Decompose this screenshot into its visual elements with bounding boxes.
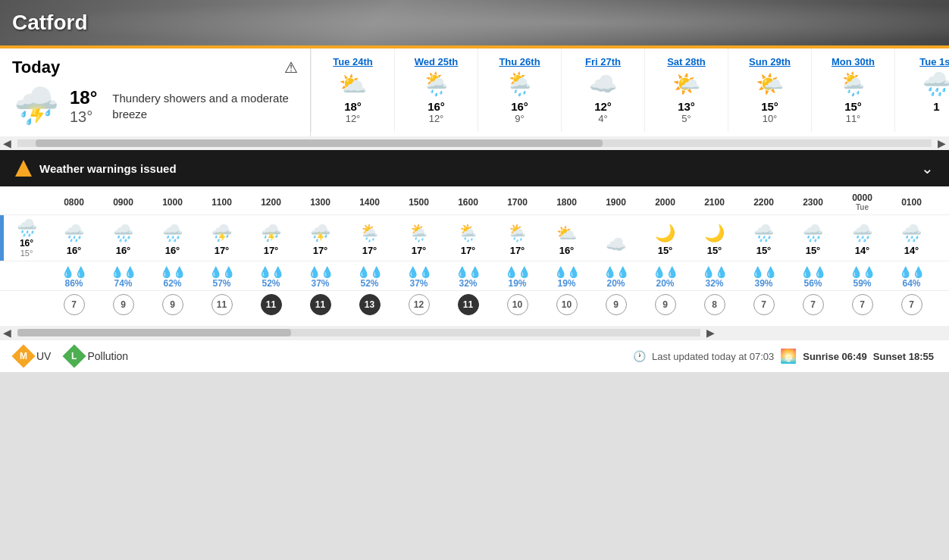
wind-arrow-1800: 10	[556, 294, 578, 315]
wind-cell-2000: 9	[640, 291, 690, 318]
warning-text: Weather warnings issued	[39, 162, 177, 175]
weather-cell-0800: 🌧️ 16°	[49, 219, 99, 261]
wind-cell-1300: 11	[296, 291, 345, 318]
rain-probability-row: 💧💧 86% 💧💧 74% 💧💧 62% 💧💧 57% 💧💧 52% 💧💧 37…	[0, 261, 949, 291]
wind-cell-1100: 11	[197, 291, 246, 318]
forecast-high: 15°	[761, 100, 778, 113]
pollution-diamond-icon: L	[63, 344, 86, 368]
forecast-scroll[interactable]: Tue 24th ⛅ 18° 12° Wed 25th 🌦️ 16° 12° T…	[311, 48, 949, 136]
temp-high-1200: 17°	[264, 245, 279, 256]
weather-icon-2200: 🌧️	[753, 224, 774, 243]
forecast-day-7[interactable]: Tue 1st 🌧️ 1	[894, 48, 949, 132]
weather-cell-2200: 🌧️ 15°	[739, 219, 788, 261]
forecast-day-label[interactable]: Sat 28th	[667, 56, 706, 67]
today-warning-icon[interactable]: ⚠	[284, 58, 298, 77]
forecast-day-label[interactable]: Sun 29th	[749, 56, 791, 67]
hourly-section[interactable]: 0800090010001100120013001400150016001700…	[0, 186, 949, 326]
today-weather-icon: ⛈️	[12, 85, 61, 127]
forecast-day-label[interactable]: Mon 30th	[832, 56, 875, 67]
wind-arrow-1200: 11	[261, 294, 282, 315]
top-scrollbar[interactable]: ◀ ▶	[0, 136, 949, 150]
wind-arrow-1000: 9	[162, 294, 183, 315]
hourly-inner: 0800090010001100120013001400150016001700…	[0, 186, 949, 318]
hour-label-2000: 2000	[640, 191, 690, 211]
rain-pct-1500: 37%	[409, 278, 428, 289]
uv-diamond-icon: M	[11, 344, 35, 368]
wind-cell-2200: 7	[739, 291, 788, 318]
forecast-weather-icon: 🌦️	[839, 70, 867, 97]
current-time-stub: 🌧️ 16° 15°	[0, 215, 49, 261]
temp-high-1600: 17°	[461, 245, 476, 256]
weather-cell-0200: 🌧️ 14°	[936, 219, 949, 261]
scroll-left-arrow[interactable]: ◀	[0, 137, 14, 149]
hour-label-1300: 1300	[296, 191, 345, 211]
wind-arrow-1900: 9	[606, 294, 627, 315]
stub-weather-icon: 🌧️	[17, 218, 37, 238]
forecast-day-2[interactable]: Thu 26th 🌦️ 16° 9°	[478, 48, 561, 132]
wind-cell-1700: 10	[493, 291, 542, 318]
temp-high-1400: 17°	[362, 245, 377, 256]
forecast-day-5[interactable]: Sun 29th 🌤️ 15° 10°	[728, 48, 811, 132]
wind-arrow-1700: 10	[507, 294, 528, 315]
bottom-scroll-right[interactable]: ▶	[703, 327, 718, 339]
forecast-day-label[interactable]: Fri 27th	[585, 56, 621, 67]
rain-drops-1600: 💧💧	[456, 266, 481, 278]
weather-icon-1400: 🌦️	[359, 224, 380, 243]
bottom-scroll-track[interactable]	[17, 329, 700, 336]
forecast-day-6[interactable]: Mon 30th 🌦️ 15° 11°	[811, 48, 894, 132]
chevron-down-icon[interactable]: ⌄	[921, 159, 934, 177]
forecast-high: 16°	[428, 100, 445, 113]
wind-arrow-2100: 8	[704, 294, 725, 315]
hour-label-0900: 0900	[99, 191, 148, 211]
rain-drops-0100: 💧💧	[899, 266, 925, 278]
weather-cell-1200: ⛈️ 17°	[246, 219, 296, 261]
weather-icon-1700: 🌦️	[507, 224, 528, 243]
wind-cell-1400: 13	[345, 291, 394, 318]
rain-cell-0000: 💧💧 59%	[838, 261, 887, 290]
hour-label-2100: 2100	[690, 191, 739, 211]
weather-icon-1200: ⛈️	[261, 224, 281, 243]
tue-label: Tue	[839, 203, 885, 211]
temp-high-2100: 15°	[707, 245, 722, 256]
forecast-low: 10°	[763, 113, 778, 124]
forecast-weather-icon: ☁️	[589, 70, 617, 97]
hour-label-0100: 0100	[887, 191, 936, 211]
forecast-weather-icon: 🌦️	[506, 70, 534, 97]
forecast-day-label[interactable]: Wed 25th	[415, 56, 459, 67]
forecast-day-0[interactable]: Tue 24th ⛅ 18° 12°	[311, 48, 394, 132]
temp-high-1800: 16°	[559, 245, 575, 256]
weather-icon-2100: 🌙	[704, 224, 725, 243]
wind-cell-1900: 9	[591, 291, 640, 318]
forecast-day-1[interactable]: Wed 25th 🌦️ 16° 12°	[394, 48, 478, 132]
temp-high-1100: 17°	[215, 245, 230, 256]
weather-cell-1700: 🌦️ 17°	[493, 219, 542, 261]
forecast-day-label[interactable]: Tue 1st	[919, 56, 949, 67]
weather-cell-1400: 🌦️ 17°	[345, 219, 394, 261]
uv-badge: M UV	[15, 348, 51, 364]
warning-bar[interactable]: Weather warnings issued ⌄	[0, 150, 949, 186]
footer-left: M UV L Pollution	[15, 348, 128, 364]
rain-drops-1100: 💧💧	[209, 266, 235, 278]
rain-pct-1700: 19%	[508, 278, 526, 289]
forecast-day-label[interactable]: Tue 24th	[333, 56, 373, 67]
bottom-scroll-left[interactable]: ◀	[0, 327, 14, 339]
rain-cell-2100: 💧💧 32%	[690, 261, 739, 290]
weather-icon-1100: ⛈️	[211, 224, 232, 243]
today-panel: Today ⚠ ⛈️ 18° 13° Thundery showers and …	[0, 48, 311, 136]
scroll-right-arrow[interactable]: ▶	[935, 137, 949, 149]
wind-arrow-1500: 12	[409, 294, 430, 315]
forecast-day-4[interactable]: Sat 28th 🌤️ 13° 5°	[644, 48, 728, 132]
scrollbar-track[interactable]	[17, 139, 932, 147]
forecast-row: Tue 24th ⛅ 18° 12° Wed 25th 🌦️ 16° 12° T…	[311, 48, 949, 132]
hour-label-1900: 1900	[591, 191, 640, 211]
wind-cell-1000: 9	[148, 291, 197, 318]
forecast-day-label[interactable]: Thu 26th	[499, 56, 540, 67]
forecast-day-3[interactable]: Fri 27th ☁️ 12° 4°	[561, 48, 644, 132]
weather-icon-1500: 🌦️	[409, 224, 429, 243]
rain-cell-1800: 💧💧 19%	[542, 261, 591, 290]
rain-cell-2300: 💧💧 56%	[788, 261, 838, 290]
weather-icon-0000: 🌧️	[852, 224, 872, 243]
hour-label-1500: 1500	[394, 191, 443, 211]
rain-cell-2000: 💧💧 20%	[640, 261, 690, 290]
bottom-scrollbar[interactable]: ◀ ▶	[0, 326, 949, 339]
